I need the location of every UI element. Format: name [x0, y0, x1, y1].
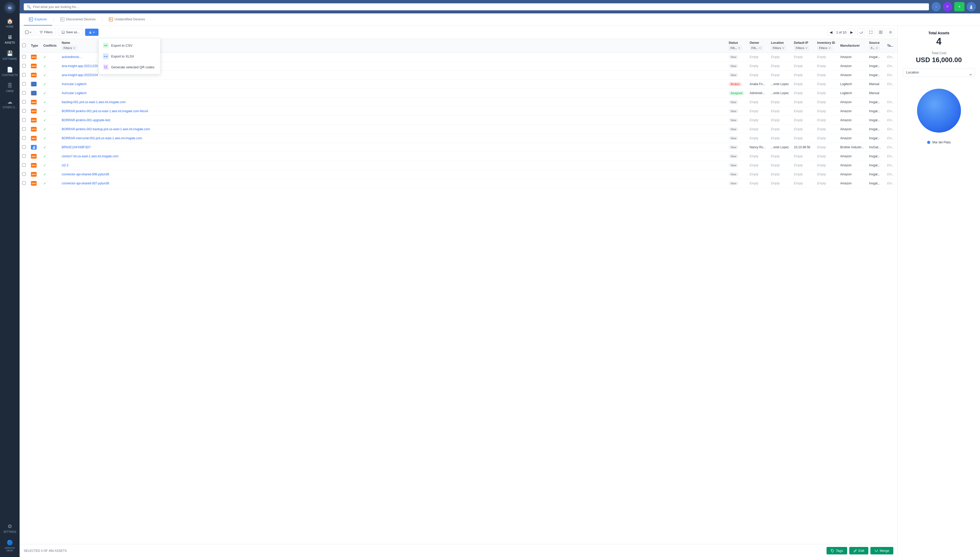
row-name[interactable]: ci2-2	[59, 161, 721, 170]
asset-link[interactable]: Auricular Logitech	[62, 82, 86, 86]
col-conflicts-header: Conflicts	[41, 39, 59, 53]
row-checkbox[interactable]	[22, 181, 26, 185]
filters-button[interactable]: Filters	[36, 29, 56, 36]
row-checkbox[interactable]	[22, 109, 26, 113]
row-checkbox[interactable]	[22, 82, 26, 86]
sidebar-item-assets[interactable]: 🖥 ASSETS	[0, 32, 20, 47]
refresh-button[interactable]	[857, 28, 865, 36]
svg-rect-23	[881, 31, 882, 32]
row-source: Invgat...	[866, 152, 885, 161]
edit-button[interactable]: Edit	[849, 547, 868, 554]
row-name[interactable]: centos7.tst.us-east-1.aws.int.invgate.co…	[59, 152, 721, 161]
tab-unidentified[interactable]: Unidentified Devices	[104, 14, 150, 26]
save-as-button[interactable]: Save as...	[58, 29, 83, 36]
tab-discovered[interactable]: Discovered Devices	[55, 14, 101, 26]
select-button[interactable]	[23, 29, 34, 36]
asset-link[interactable]: ana-insight-app-20211220	[62, 64, 98, 68]
sidebar-item-contracts[interactable]: 📄 CONTRACTS	[0, 64, 20, 79]
page-prev-button[interactable]: ◀	[827, 29, 835, 36]
row-name[interactable]: BORRAR-jenkins-001.prd.us-east-1.aws.int…	[59, 107, 721, 116]
row-checkbox[interactable]	[22, 145, 26, 149]
row-name[interactable]: connector-api-shared-007-pytun36	[59, 179, 721, 188]
tags-button[interactable]: Tags	[827, 547, 847, 554]
owner-filter[interactable]: Filt...	[750, 46, 763, 50]
search-input[interactable]	[33, 5, 926, 9]
notification-icon[interactable]: i	[931, 2, 941, 11]
asset-link[interactable]: BORRAR-jenkins-002-backup.prd.us-east-1.…	[62, 127, 150, 131]
fullscreen-button[interactable]	[867, 28, 875, 36]
row-name[interactable]: BRN3C2AF438F3D7	[59, 143, 721, 152]
merge-button[interactable]: Merge	[870, 547, 893, 554]
asset-link[interactable]: BORRAR-mercurial-002.prd.us-east-1.aws.i…	[62, 137, 142, 140]
row-checkbox[interactable]	[22, 127, 26, 131]
svg-rect-13	[30, 20, 32, 20]
source-filter[interactable]: F...	[869, 46, 880, 50]
ip-filter[interactable]: Filters	[794, 46, 809, 50]
search-box[interactable]: 🔍	[24, 3, 929, 10]
sidebar-item-cmdb[interactable]: 🗄 CMDB	[0, 80, 20, 95]
row-checkbox[interactable]	[22, 73, 26, 77]
service-desk-icon: 🔵	[7, 539, 13, 546]
row-name[interactable]: Auricular Logitech	[59, 89, 721, 98]
asset-link[interactable]: connector-api-shared-007-pytun36	[62, 182, 109, 185]
asset-link[interactable]: ana-insight-app-20220104	[62, 73, 98, 77]
asset-link[interactable]: ci2-2	[62, 163, 68, 167]
sidebar-item-settings[interactable]: ⚙ SETTINGS	[0, 521, 20, 536]
aws-icon: aws	[31, 118, 37, 122]
asset-link[interactable]: BRN3C2AF438F3D7	[62, 145, 91, 149]
sidebar-item-home[interactable]: 🏠 HOME	[0, 15, 20, 31]
asset-link[interactable]: Auricular Logitech	[62, 91, 86, 95]
asset-link[interactable]: backlog-001.prd.us-east-1.aws.int.invgat…	[62, 100, 125, 104]
sidebar-item-software[interactable]: 💾 SOFTWARE	[0, 48, 20, 63]
row-checkbox[interactable]	[22, 154, 26, 158]
row-name[interactable]: connector-api-shared-006-pytun36	[59, 170, 721, 179]
location-filter[interactable]: Filters	[771, 46, 786, 50]
user-icon[interactable]	[967, 2, 976, 11]
asset-link[interactable]: activedirecto...	[62, 55, 81, 59]
row-owner: Empty	[747, 53, 768, 62]
col-type-header: Type	[28, 39, 41, 53]
export-csv-item[interactable]: CSV Export to CSV	[99, 40, 160, 51]
asset-link[interactable]: BORRAR-jenkins-001-upgrade-test	[62, 118, 110, 122]
row-checkbox[interactable]	[22, 172, 26, 176]
asset-link[interactable]: centos7.tst.us-east-1.aws.int.invgate.co…	[62, 155, 118, 158]
export-csv-label: Export to CSV	[111, 44, 132, 47]
row-checkbox[interactable]	[22, 55, 26, 59]
add-icon[interactable]: +	[954, 2, 965, 11]
asset-link[interactable]: BORRAR-jenkins-001.prd.us-east-1.aws.int…	[62, 109, 148, 113]
legend-label: Mar del Plata	[932, 140, 951, 144]
asset-link[interactable]: connector-api-shared-006-pytun36	[62, 173, 109, 176]
purple-icon[interactable]: P	[943, 2, 952, 11]
row-name[interactable]: BORRAR-jenkins-002-backup.prd.us-east-1.…	[59, 125, 721, 134]
row-name[interactable]: BORRAR-mercurial-002.prd.us-east-1.aws.i…	[59, 134, 721, 143]
name-filter[interactable]: Filters	[62, 46, 77, 50]
inv-filter[interactable]: Filters	[817, 46, 832, 50]
row-status: New	[726, 53, 747, 62]
row-checkbox[interactable]	[22, 91, 26, 94]
row-checkbox[interactable]	[22, 163, 26, 167]
export-xlsx-item[interactable]: XLSX Export to XLSX	[99, 51, 160, 62]
qr-codes-item[interactable]: Generate selected QR codes	[99, 62, 160, 72]
row-name[interactable]: BORRAR-jenkins-001-upgrade-test	[59, 116, 721, 125]
row-checkbox[interactable]	[22, 100, 26, 104]
main-area: 🔍 i P +	[20, 0, 980, 557]
sidebar-item-service-desk[interactable]: 🔵 SERVICE DESK	[0, 537, 20, 554]
row-checkbox[interactable]	[22, 64, 26, 68]
tab-explorer[interactable]: Explorer	[24, 14, 52, 26]
row-manufacturer: Amazon	[838, 71, 866, 80]
sidebar-item-other[interactable]: ☁ OTHER Cl...	[0, 96, 20, 111]
row-conflicts: ✓	[41, 89, 59, 98]
page-next-button[interactable]: ▶	[848, 29, 855, 36]
chart-filter-select[interactable]: Location	[903, 68, 975, 77]
row-checkbox[interactable]	[22, 118, 26, 122]
grid-view-button[interactable]	[877, 28, 885, 36]
row-conflicts: ✓	[41, 107, 59, 116]
status-filter[interactable]: Filt...	[729, 46, 742, 50]
download-button[interactable]	[85, 29, 99, 36]
select-all-checkbox[interactable]	[22, 44, 26, 47]
row-name[interactable]: backlog-001.prd.us-east-1.aws.int.invgat…	[59, 98, 721, 107]
row-checkbox[interactable]	[22, 136, 26, 140]
row-name[interactable]: Auricular Logitech	[59, 80, 721, 89]
row-status: New	[726, 125, 747, 134]
settings-button[interactable]	[887, 28, 894, 36]
